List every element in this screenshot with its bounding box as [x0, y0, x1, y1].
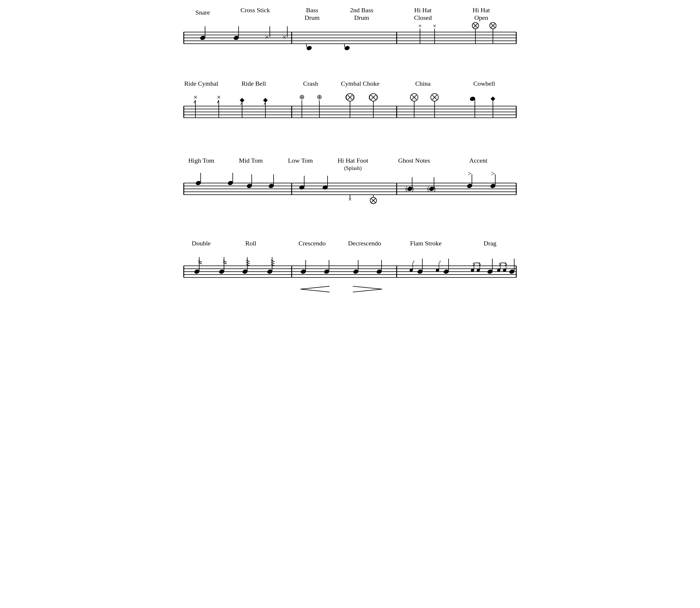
note-hihat-closed-1: × [418, 22, 422, 30]
note-double-1-flag2 [198, 262, 202, 264]
label-hihat-closed-2: Closed [414, 14, 432, 21]
label-high-tom: High Tom [188, 157, 214, 164]
label-crash: Crash [303, 80, 318, 87]
note-ghost-2-paren-l: ( [427, 185, 429, 192]
section-3-svg: High Tom Mid Tom Low Tom Hi Hat Foot (Sp… [181, 154, 519, 224]
cresc-bottom [300, 289, 330, 292]
note-roll-1-slash2 [246, 262, 250, 264]
label-cymbal-choke: Cymbal Choke [341, 80, 380, 87]
label-cowbell: Cowbell [473, 80, 495, 87]
note-choke-1-paren-r: ) [353, 94, 355, 100]
section-3: High Tom Mid Tom Low Tom Hi Hat Foot (Sp… [181, 154, 519, 225]
label-splash: (Splash) [344, 165, 362, 171]
note-flam-grace-flag-2 [439, 261, 440, 263]
note-roll-2-slash2 [271, 262, 274, 264]
note-double-2-flag2 [223, 262, 227, 264]
label-double: Double [192, 240, 211, 247]
label-mid-tom: Mid Tom [239, 157, 263, 164]
section-4: Double Roll Crescendo Decrescendo Flam S… [181, 237, 519, 314]
section-2-svg: Ride Cymbal Ride Bell Crash Cymbal Choke… [181, 77, 519, 141]
note-bass-drum-1 [306, 45, 312, 51]
cresc-top [300, 286, 330, 289]
label-bass-drum-2: Drum [305, 14, 319, 21]
label-ride-cymbal: Ride Cymbal [184, 80, 219, 87]
label-drag: Drag [483, 240, 496, 247]
note-ride-bell-1 [240, 98, 244, 102]
note-choke-1-paren-l: ( [345, 94, 347, 100]
note-flam-grace-flag-1 [413, 261, 414, 263]
note-bass-drum-2 [344, 45, 350, 51]
note-crash-2: ⊕ [317, 93, 322, 100]
label-roll: Roll [245, 240, 256, 247]
label-snare: Snare [196, 9, 210, 16]
note-crossstick-1: × [265, 33, 269, 41]
label-china: China [415, 80, 431, 87]
note-ride-bell-2 [263, 98, 268, 102]
section-1-svg: Snare Cross Stick Bass Drum 2nd Bass Dru… [181, 6, 519, 64]
section-4-svg: Double Roll Crescendo Decrescendo Flam S… [181, 237, 519, 312]
note-hihat-closed-2: × [433, 22, 436, 30]
label-cross-stick: Cross Stick [241, 6, 270, 14]
label-2nd-bass-drum: 2nd Bass [350, 6, 373, 14]
note-crossstick-2: × [282, 33, 287, 41]
label-ride-bell: Ride Bell [241, 80, 266, 87]
decresc-top [353, 286, 382, 289]
label-accent: Accent [469, 157, 487, 164]
label-ghost-notes: Ghost Notes [398, 157, 430, 164]
note-double-2-flag1 [223, 261, 227, 262]
label-hihat-open-2: Open [474, 14, 488, 21]
accent-mark-1: > [467, 170, 472, 177]
section-1: Snare Cross Stick Bass Drum 2nd Bass Dru… [181, 6, 519, 65]
label-hihat-closed: Hi Hat [414, 6, 431, 14]
note-ghost-1-paren-l: ( [405, 185, 407, 192]
decresc-bottom [353, 289, 382, 292]
accent-mark-2: > [491, 170, 495, 177]
label-flam-stroke: Flam Stroke [410, 240, 442, 247]
label-bass-drum: Bass [306, 6, 318, 14]
note-double-1-flag1 [198, 261, 202, 262]
note-roll-1-slash1 [246, 260, 250, 262]
note-crash-1: ⊕ [299, 93, 305, 100]
label-crescendo: Crescendo [299, 240, 326, 247]
label-2nd-bass-drum-2: Drum [354, 14, 369, 21]
note-cowbell-2 [491, 96, 495, 101]
note-choke-2-paren-r: ) [376, 94, 378, 100]
note-roll-2-slash1 [271, 260, 274, 262]
section-2: Ride Cymbal Ride Bell Crash Cymbal Choke… [181, 77, 519, 142]
label-hihat-open: Hi Hat [473, 6, 490, 14]
label-decrescendo: Decrescendo [348, 240, 381, 247]
note-ride-cymbal-2: × [217, 93, 221, 101]
note-choke-2-paren-l: ( [369, 94, 371, 100]
note-ride-cymbal-1: × [194, 93, 198, 101]
label-low-tom: Low Tom [288, 157, 313, 164]
label-hihat-foot: Hi Hat Foot [337, 157, 368, 164]
